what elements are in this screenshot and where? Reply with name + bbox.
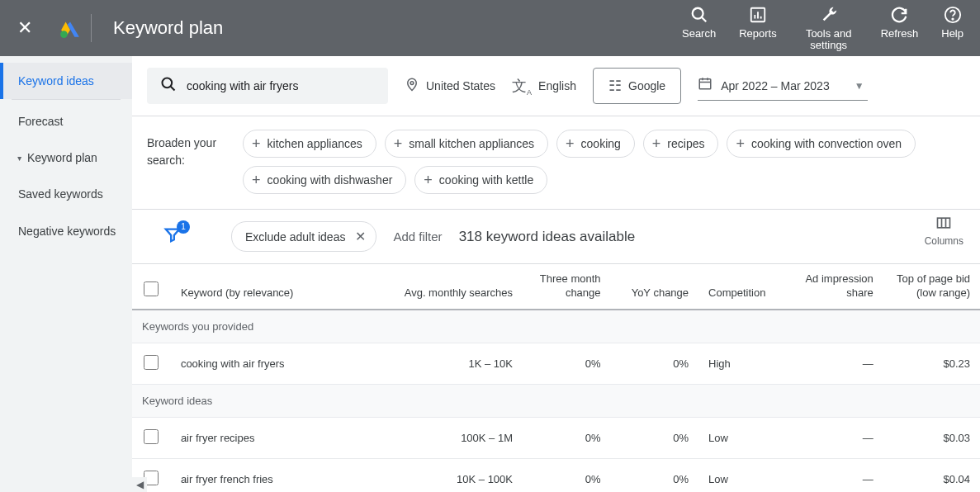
cell-avg: 1K – 10K: [382, 343, 523, 384]
col-three-month[interactable]: Three month change: [523, 264, 611, 310]
plus-icon: +: [424, 173, 433, 187]
sidebar: Keyword ideas Forecast Keyword plan Save…: [0, 56, 132, 492]
columns-icon: [925, 215, 963, 235]
page-title: Keyword plan: [113, 17, 223, 39]
select-all-checkbox[interactable]: [144, 281, 159, 296]
broaden-chip[interactable]: +cooking with kettle: [414, 166, 547, 194]
sidebar-item-negative-keywords[interactable]: Negative keywords: [0, 212, 132, 252]
cell-yoy: 0%: [611, 417, 699, 458]
sidebar-item-keyword-ideas[interactable]: Keyword ideas: [0, 63, 132, 99]
chevron-down-icon: ▼: [855, 80, 864, 92]
close-icon[interactable]: ✕: [0, 17, 50, 39]
filter-funnel-button[interactable]: 1: [163, 225, 182, 248]
reports-button[interactable]: Reports: [739, 5, 777, 52]
broaden-chip[interactable]: +cooking: [556, 130, 635, 158]
search-icon: [690, 5, 708, 25]
broaden-chip[interactable]: +small kitchen appliances: [385, 130, 548, 158]
keyword-search-input[interactable]: [187, 79, 375, 92]
col-avg-searches[interactable]: Avg. monthly searches: [382, 264, 523, 310]
col-keyword[interactable]: Keyword (by relevance): [171, 264, 382, 310]
section-ideas: Keyword ideas: [132, 384, 980, 417]
cell-ad-share: —: [787, 458, 883, 492]
filter-count-badge: 1: [177, 220, 190, 234]
broaden-chip[interactable]: +cooking with dishwasher: [243, 166, 406, 194]
tools-button[interactable]: Tools and settings: [800, 5, 858, 52]
cell-keyword: air fryer recipes: [171, 417, 382, 458]
col-competition[interactable]: Competition: [698, 264, 787, 310]
cell-ad-share: —: [787, 417, 883, 458]
refresh-button[interactable]: Refresh: [881, 5, 919, 52]
svg-line-2: [701, 17, 706, 21]
cell-keyword: air fryer french fries: [171, 458, 382, 492]
broaden-label: Broaden your search:: [147, 130, 228, 169]
svg-line-10: [171, 86, 175, 90]
cell-competition: Low: [698, 417, 787, 458]
cell-competition: Low: [698, 458, 787, 492]
cell-yoy: 0%: [611, 458, 699, 492]
cell-three-month: 0%: [523, 417, 611, 458]
columns-button[interactable]: Columns: [925, 215, 963, 247]
add-filter-button[interactable]: Add filter: [393, 229, 442, 244]
broaden-chip[interactable]: +cooking with convection oven: [727, 130, 916, 158]
wrench-icon: [820, 5, 838, 25]
help-icon: [944, 5, 962, 25]
search-icon: [160, 76, 177, 97]
cell-avg: 10K – 100K: [382, 458, 523, 492]
svg-point-9: [163, 78, 173, 88]
col-top-bid-low[interactable]: Top of page bid (low range): [883, 264, 980, 310]
svg-point-0: [60, 31, 68, 38]
col-yoy[interactable]: YoY change: [611, 264, 699, 310]
location-chip[interactable]: United States: [405, 77, 495, 96]
network-icon: ☷: [608, 77, 622, 95]
scroll-left-icon[interactable]: ◀: [132, 477, 147, 492]
svg-rect-16: [938, 218, 950, 228]
row-checkbox[interactable]: [144, 429, 159, 444]
broaden-chip[interactable]: +recipes: [643, 130, 719, 158]
sidebar-item-forecast[interactable]: Forecast: [0, 103, 132, 140]
plus-icon: +: [394, 136, 403, 151]
plus-icon: +: [736, 136, 745, 151]
broaden-row: Broaden your search: +kitchen appliances…: [132, 116, 980, 210]
network-chip[interactable]: ☷ Google: [593, 68, 681, 104]
cell-keyword: cooking with air fryers: [171, 343, 382, 384]
col-ad-share[interactable]: Ad impression share: [787, 264, 883, 310]
ideas-count-label: 318 keyword ideas available: [459, 229, 636, 245]
results-table: Keyword (by relevance) Avg. monthly sear…: [132, 263, 980, 492]
keyword-search-box[interactable]: [147, 68, 388, 104]
divider: [91, 14, 92, 42]
broaden-chip[interactable]: +kitchen appliances: [243, 130, 376, 158]
help-button[interactable]: Help: [941, 5, 963, 52]
divider: [12, 99, 121, 100]
exclude-adult-chip[interactable]: Exclude adult ideas ✕: [231, 221, 376, 252]
cell-ad-share: —: [787, 343, 883, 384]
cell-three-month: 0%: [523, 458, 611, 492]
close-icon[interactable]: ✕: [355, 229, 366, 244]
top-bar: ✕ Keyword plan Search Reports Tools and …: [0, 0, 980, 56]
tools-row: 1 Exclude adult ideas ✕ Add filter 318 k…: [132, 210, 980, 263]
sidebar-item-saved-keywords[interactable]: Saved keywords: [0, 176, 132, 212]
sidebar-item-keyword-plan[interactable]: Keyword plan: [0, 140, 132, 176]
section-provided: Keywords you provided: [132, 310, 980, 343]
svg-rect-12: [699, 79, 711, 89]
table-row: air fryer french fries 10K – 100K 0% 0% …: [132, 458, 980, 492]
main-content: United States 文A English ☷ Google Apr 20…: [132, 56, 980, 492]
row-checkbox[interactable]: [144, 355, 159, 370]
plus-icon: +: [566, 136, 575, 151]
refresh-icon: [890, 5, 908, 25]
svg-point-1: [692, 7, 703, 18]
plus-icon: +: [252, 136, 261, 151]
date-range-chip[interactable]: Apr 2022 – Mar 2023 ▼: [698, 71, 867, 101]
cell-avg: 100K – 1M: [382, 417, 523, 458]
table-header-row: Keyword (by relevance) Avg. monthly sear…: [132, 264, 980, 310]
cell-competition: High: [698, 343, 787, 384]
cell-bid: $0.03: [883, 417, 980, 458]
top-bar-left: ✕ Keyword plan: [0, 0, 223, 56]
cell-three-month: 0%: [523, 343, 611, 384]
cell-bid: $0.04: [883, 458, 980, 492]
calendar-icon: [698, 76, 713, 95]
plus-icon: +: [652, 136, 661, 151]
language-chip[interactable]: 文A English: [512, 76, 576, 97]
search-button[interactable]: Search: [682, 5, 716, 52]
filter-row: United States 文A English ☷ Google Apr 20…: [132, 56, 980, 116]
table-row: air fryer recipes 100K – 1M 0% 0% Low — …: [132, 417, 980, 458]
